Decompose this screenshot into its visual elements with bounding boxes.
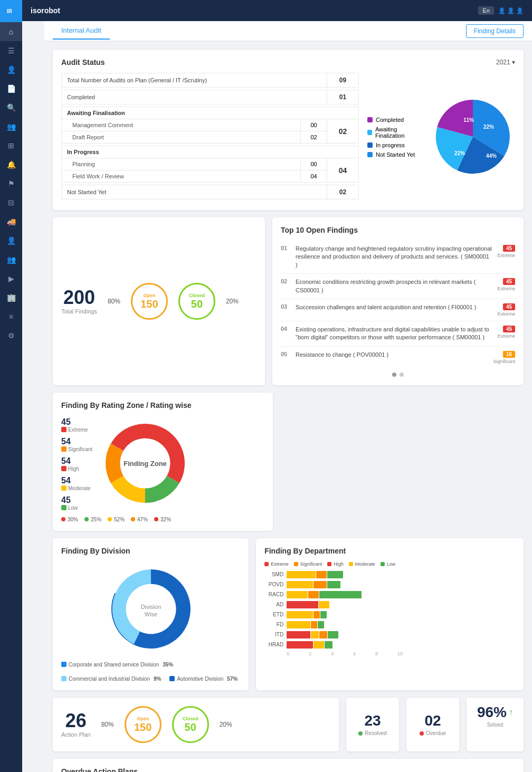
finding-item-5: 05 Resistance to change ( POV00001 ) 16 …	[281, 347, 515, 368]
rating-content: 45 Extreme 54	[61, 416, 264, 512]
finding-zone-donut: Finding Zone	[98, 416, 193, 512]
sidebar-menu[interactable]: ≡	[0, 307, 22, 326]
sidebar-building[interactable]: 🏢	[0, 288, 22, 307]
lang-selector[interactable]: En	[478, 6, 493, 15]
finding-item-1: 01 Regulatory change and heightened regu…	[281, 241, 515, 274]
sidebar-alert[interactable]: 🔔	[0, 155, 22, 174]
action-closed-label: Closed	[183, 716, 198, 721]
rating-zone-card: Finding By Rating Zone / Rating wise 45 …	[53, 393, 273, 531]
resolved-stat: 23 Resolved	[346, 698, 399, 751]
audit-row-notstarted: Not Started Yet 02	[61, 185, 359, 199]
audit-status-card: Audit Status 2021 ▾ Total Number of Audi…	[53, 50, 524, 210]
bar-axis: 0 2 4 6 8 10	[287, 651, 403, 656]
action-summary: 26 Action Plan 80% Open 150 Closed 50 20…	[53, 698, 339, 751]
closed-label: Closed	[189, 293, 205, 298]
rl-high: 54 High	[61, 456, 92, 472]
sidebar-search[interactable]: 🔍	[0, 98, 22, 117]
svg-text:44%: 44%	[486, 153, 497, 159]
bar-itd: ITD	[264, 631, 515, 638]
main-content: isorobot En 👤 👤 👤 Internal Audit Finding…	[44, 21, 532, 772]
legend-label-awaiting: Awaiting Finalization	[375, 126, 422, 139]
legend-dot-notstarted	[367, 152, 373, 157]
action-open-circle: Open 150	[125, 706, 162, 743]
legend-dot-awaiting	[367, 130, 372, 135]
svg-text:22%: 22%	[454, 150, 465, 156]
bar-smd: SMD	[264, 571, 515, 578]
awaiting-section: Awaiting Finalisation Management Comment…	[61, 107, 359, 144]
tab-internal-audit[interactable]: Internal Audit	[53, 22, 110, 40]
findings-row: 200 Total Findings 80% Open 150 Closed 5…	[53, 217, 524, 385]
action-open-pct: 80%	[101, 721, 114, 728]
sidebar-user[interactable]: 👤	[0, 60, 22, 79]
pie-legend: Completed Awaiting Finalization In progr…	[367, 117, 422, 158]
action-open-label: Open	[137, 716, 149, 721]
findings-summary-card: 200 Total Findings 80% Open 150 Closed 5…	[53, 217, 265, 385]
tab-bar: Internal Audit Finding Details	[44, 21, 532, 41]
dot-2	[400, 373, 404, 377]
sidebar-settings[interactable]: ⚙	[0, 326, 22, 345]
sidebar-team[interactable]: 👥	[0, 117, 22, 136]
total-findings-num: 200	[61, 288, 97, 307]
solved-label: Solved	[487, 722, 504, 728]
open-circle: Open 150	[131, 283, 168, 320]
inprogress-header: In Progress	[62, 146, 358, 158]
rating-legend: 45 Extreme 54	[61, 417, 92, 511]
right-placeholder	[280, 393, 524, 531]
top-findings-card: Top 10 Open Findings 01 Regulatory chang…	[272, 217, 524, 385]
pagination-dots	[281, 373, 515, 377]
sidebar: IR ⌂ ☰ 👤 📄 🔍 👥 ⊞ 🔔 ⚑ ⊟ 🚚 👤 👥 ▶ 🏢 ≡ ⚙	[0, 0, 22, 772]
action-total: 26 Action Plan	[61, 711, 91, 738]
legend-awaiting: Awaiting Finalization	[367, 126, 422, 139]
finding-details-button[interactable]: Finding Details	[466, 24, 524, 38]
sidebar-person[interactable]: 👤	[0, 231, 22, 250]
overdue-card: Overdue Action Plans SL No Audit Finding…	[53, 759, 524, 772]
sidebar-list[interactable]: ☰	[0, 41, 22, 60]
awaiting-content: Management Comment 00 Draft Report 02 02	[62, 119, 358, 143]
sidebar-people[interactable]: 👥	[0, 250, 22, 269]
sidebar-video[interactable]: ▶	[0, 269, 22, 288]
sidebar-home2[interactable]: ⊟	[0, 193, 22, 212]
bar-etd: ETD	[264, 611, 515, 618]
topbar: isorobot En 👤 👤 👤	[22, 0, 532, 21]
action-total-num: 26	[61, 711, 91, 730]
content-area: Audit Status 2021 ▾ Total Number of Audi…	[44, 41, 532, 772]
sidebar-flag[interactable]: ⚑	[0, 174, 22, 193]
svg-text:Finding Zone: Finding Zone	[124, 460, 167, 468]
action-closed-num: 50	[185, 721, 196, 733]
open-label: Open	[143, 293, 155, 298]
finding-item-2: 02 Economic conditions restricting growt…	[281, 274, 515, 299]
sidebar-docs[interactable]: 📄	[0, 79, 22, 98]
dept-card: Finding By Department Extreme Significan…	[256, 538, 524, 690]
bar-ad: AD	[264, 601, 515, 608]
legend-notstarted: Not Started Yet	[367, 151, 422, 158]
action-total-label: Action Plan	[61, 731, 91, 738]
top-findings-title: Top 10 Open Findings	[281, 226, 515, 234]
awaiting-item-1: Management Comment 00	[62, 119, 327, 131]
svg-text:22%: 22%	[483, 124, 494, 130]
svg-text:Division: Division	[140, 604, 161, 610]
svg-text:IR: IR	[7, 8, 13, 14]
sidebar-grid[interactable]: ⊞	[0, 136, 22, 155]
svg-text:Wise: Wise	[144, 611, 157, 617]
audit-status-content: Total Number of Audits on Plan (General …	[61, 73, 515, 202]
inprogress-item-2: Field Work / Review 04	[62, 170, 327, 182]
inprogress-content: Planning 00 Field Work / Review 04 04	[62, 158, 358, 182]
overdue-stat: 02 Overdue	[406, 698, 459, 751]
top-findings-list: 01 Regulatory change and heightened regu…	[281, 241, 515, 368]
bar-fd: FD	[264, 621, 515, 628]
audit-row-completed: Completed 01	[61, 90, 359, 104]
inprogress-section: In Progress Planning 00 Field Work / Rev…	[61, 146, 359, 183]
total-findings-label: Total Findings	[61, 308, 97, 314]
solved-box: 96% ↑ Solved	[467, 698, 524, 751]
sidebar-truck[interactable]: 🚚	[0, 212, 22, 231]
division-legend: Corporate and Shared service Division 35…	[61, 662, 240, 682]
year-selector[interactable]: 2021 ▾	[496, 59, 515, 66]
inprogress-item-1: Planning 00	[62, 158, 327, 170]
overdue-label: Overdue	[420, 730, 446, 736]
division-dept-row: Finding By Division Division Wise	[53, 538, 524, 690]
overdue-num: 02	[424, 712, 441, 729]
dept-title: Finding By Department	[264, 547, 515, 555]
legend-dot-inprogress	[367, 142, 373, 148]
solved-arrow: ↑	[509, 708, 513, 717]
sidebar-home[interactable]: ⌂	[0, 22, 22, 41]
